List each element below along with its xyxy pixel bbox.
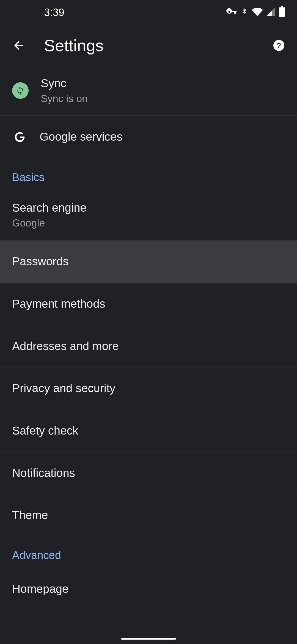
help-icon: ? [272, 39, 285, 52]
safety-check-title: Safety check [12, 423, 285, 439]
payment-methods-row[interactable]: Payment methods [0, 283, 297, 325]
arrow-back-icon [12, 39, 25, 52]
theme-row[interactable]: Theme [0, 494, 297, 536]
sync-subtitle: Sync is on [41, 92, 88, 105]
search-engine-sub: Google [12, 216, 285, 230]
battery-icon [279, 6, 285, 18]
status-icons [226, 6, 285, 18]
google-logo-icon [12, 129, 28, 145]
privacy-title: Privacy and security [12, 381, 285, 396]
status-bar: 3:39 [0, 0, 297, 25]
svg-text:?: ? [276, 41, 281, 50]
sync-icon [12, 82, 29, 99]
google-services-label: Google services [40, 129, 122, 144]
help-button[interactable]: ? [271, 38, 287, 53]
sync-row[interactable]: Sync Sync is on [0, 66, 297, 116]
settings-list: Sync Sync is on Google services Basics S… [0, 66, 297, 610]
section-advanced: Advanced [0, 536, 297, 568]
theme-title: Theme [12, 507, 285, 523]
passwords-title: Passwords [12, 254, 285, 269]
homepage-title: Homepage [12, 581, 285, 597]
addresses-row[interactable]: Addresses and more [0, 325, 297, 368]
notifications-title: Notifications [12, 465, 285, 481]
app-bar: Settings ? [0, 25, 297, 66]
payment-methods-title: Payment methods [12, 296, 285, 312]
privacy-row[interactable]: Privacy and security [0, 367, 297, 410]
signal-icon [266, 7, 276, 18]
status-time: 3:39 [12, 7, 64, 18]
google-services-row[interactable]: Google services [0, 116, 297, 159]
search-engine-title: Search engine [12, 200, 285, 216]
vpn-key-icon [226, 6, 237, 18]
nav-indicator [121, 638, 176, 640]
search-engine-row[interactable]: Search engine Google [0, 190, 297, 241]
section-basics: Basics [0, 159, 297, 190]
sync-text: Sync Sync is on [41, 76, 88, 105]
wifi-icon [252, 6, 263, 18]
page-title: Settings [44, 36, 254, 55]
homepage-row[interactable]: Homepage [0, 568, 297, 610]
notifications-row[interactable]: Notifications [0, 452, 297, 495]
sync-title: Sync [41, 76, 88, 91]
safety-check-row[interactable]: Safety check [0, 410, 297, 452]
back-button[interactable] [10, 37, 27, 54]
passwords-row[interactable]: Passwords [0, 241, 297, 283]
addresses-title: Addresses and more [12, 339, 285, 354]
bluetooth-icon [240, 8, 249, 17]
